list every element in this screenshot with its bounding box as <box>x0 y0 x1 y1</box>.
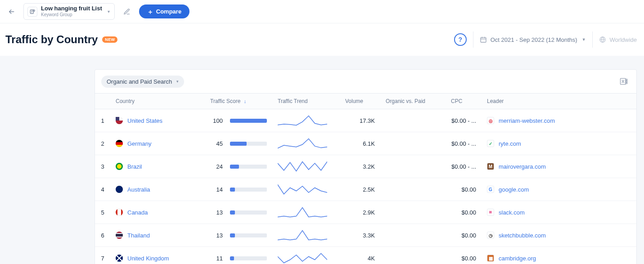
scope-picker[interactable]: Worldwide <box>599 36 637 43</box>
export-excel-button[interactable] <box>617 75 630 88</box>
table-row[interactable]: 5 Canada 13 2.9K $0.00 <box>95 201 636 224</box>
leader-cell: ◎ merriam-webster.com <box>482 109 636 132</box>
traffic-score-cell: 13 <box>205 224 272 247</box>
country-name[interactable]: Brazil <box>127 163 142 170</box>
country-name[interactable]: United Kingdom <box>127 255 169 262</box>
country-cell: Australia <box>110 178 205 201</box>
country-name[interactable]: Canada <box>127 209 148 216</box>
traffic-score-bar <box>230 256 267 260</box>
title-row: Traffic by Country NEW ? Oct 2021 - Sep … <box>0 23 644 56</box>
svg-rect-7 <box>626 83 627 84</box>
sparkline-icon <box>278 251 327 264</box>
col-header-traffic-score-label: Traffic Score <box>210 98 240 104</box>
compare-button-label: Compare <box>156 8 181 15</box>
leader-domain[interactable]: slack.com <box>499 209 525 216</box>
date-range-picker[interactable]: Oct 2021 - Sep 2022 (12 Months) ▼ <box>480 36 586 43</box>
edit-button[interactable] <box>120 5 134 18</box>
traffic-score-cell: 11 <box>205 247 272 264</box>
panel-toolbar: Organic and Paid Search ▾ <box>95 70 636 93</box>
sparkline-icon <box>278 206 327 219</box>
back-button[interactable] <box>5 5 18 18</box>
traffic-panel: Organic and Paid Search ▾ Country Traffi… <box>95 69 637 264</box>
row-index: 6 <box>95 224 110 247</box>
sparkline-icon <box>278 183 327 196</box>
leader-cell: ✓ ryte.com <box>482 132 636 155</box>
sort-desc-icon: ↓ <box>244 98 247 104</box>
leader-domain[interactable]: sketchbubble.com <box>499 232 546 239</box>
traffic-score-cell: 13 <box>205 201 272 224</box>
leader-cell: ▦ cambridge.org <box>482 247 636 264</box>
row-index: 7 <box>95 247 110 264</box>
favicon-icon: ◎ <box>487 117 494 124</box>
flag-icon <box>116 186 123 193</box>
chevron-down-icon: ▾ <box>176 79 179 84</box>
col-header-organic-vs-paid[interactable]: Organic vs. Paid <box>380 94 446 109</box>
flag-icon <box>116 163 123 170</box>
country-name[interactable]: Germany <box>127 140 151 147</box>
table-row[interactable]: 2 Germany 45 6.1K $0.00 <box>95 132 636 155</box>
table-row[interactable]: 1 United States 100 17.3K <box>95 109 636 132</box>
leader-domain[interactable]: cambridge.org <box>499 255 536 262</box>
country-cell: United Kingdom <box>110 247 205 264</box>
traffic-trend-cell <box>272 132 340 155</box>
cpc-cell: $0.00 <box>446 201 482 224</box>
traffic-score-value: 14 <box>212 186 223 193</box>
col-header-country[interactable]: Country <box>110 94 205 109</box>
sparkline-icon <box>278 114 327 127</box>
row-index: 5 <box>95 201 110 224</box>
col-header-leader[interactable]: Leader <box>482 94 636 109</box>
scope-label: Worldwide <box>610 36 637 43</box>
compare-button[interactable]: ＋ Compare <box>139 4 189 18</box>
country-cell: Thailand <box>110 224 205 247</box>
table-row[interactable]: 7 United Kingdom 11 4K $ <box>95 247 636 264</box>
keyword-group-chip[interactable]: Low hanging fruit List Keyword Group ▾ <box>23 3 115 19</box>
col-header-volume[interactable]: Volume <box>340 94 380 109</box>
country-cell: Canada <box>110 201 205 224</box>
organic-vs-paid-cell <box>380 247 446 264</box>
country-name[interactable]: Australia <box>127 186 150 193</box>
leader-domain[interactable]: mairovergara.com <box>499 163 546 170</box>
chevron-down-icon: ▼ <box>582 37 586 42</box>
leader-cell: ◷ sketchbubble.com <box>482 224 636 247</box>
volume-cell: 2.9K <box>340 201 380 224</box>
country-name[interactable]: United States <box>127 117 162 124</box>
row-index: 4 <box>95 178 110 201</box>
favicon-icon: ◷ <box>487 232 494 239</box>
table-row[interactable]: 4 Australia 14 2.5K $0.0 <box>95 178 636 201</box>
calendar-icon <box>480 36 487 43</box>
col-header-cpc[interactable]: CPC <box>446 94 482 109</box>
favicon-icon: G <box>487 186 494 193</box>
cpc-cell: $0.00 - ... <box>446 109 482 132</box>
sparkline-icon <box>278 160 327 173</box>
chevron-down-icon: ▾ <box>108 9 110 14</box>
table-header-row: Country Traffic Score ↓ Traffic Trend Vo… <box>95 94 636 109</box>
leader-domain[interactable]: google.com <box>499 186 529 193</box>
col-header-traffic-trend[interactable]: Traffic Trend <box>272 94 340 109</box>
organic-vs-paid-cell <box>380 201 446 224</box>
separator <box>592 31 593 48</box>
cpc-cell: $0.00 <box>446 224 482 247</box>
keyword-list-icon <box>27 7 37 17</box>
search-type-filter[interactable]: Organic and Paid Search ▾ <box>101 76 184 88</box>
excel-icon <box>619 77 628 86</box>
cpc-cell: $0.00 - ... <box>446 155 482 178</box>
flag-icon <box>116 117 123 124</box>
organic-vs-paid-cell <box>380 109 446 132</box>
keyword-group-title: Low hanging fruit List <box>41 5 102 12</box>
filter-label: Organic and Paid Search <box>107 78 172 85</box>
volume-cell: 6.1K <box>340 132 380 155</box>
volume-cell: 17.3K <box>340 109 380 132</box>
traffic-table: Country Traffic Score ↓ Traffic Trend Vo… <box>95 93 636 264</box>
traffic-trend-cell <box>272 247 340 264</box>
country-name[interactable]: Thailand <box>127 232 150 239</box>
help-button[interactable]: ? <box>454 33 467 46</box>
leader-domain[interactable]: merriam-webster.com <box>499 117 555 124</box>
leader-domain[interactable]: ryte.com <box>499 140 521 147</box>
col-header-traffic-score[interactable]: Traffic Score ↓ <box>205 94 272 109</box>
svg-point-1 <box>33 9 35 11</box>
favicon-icon: ⌗ <box>487 209 494 216</box>
traffic-score-bar <box>230 188 267 192</box>
traffic-score-value: 13 <box>212 232 223 239</box>
table-row[interactable]: 6 Thailand 13 3.3K $0.00 <box>95 224 636 247</box>
table-row[interactable]: 3 Brazil 24 3.2K $0.00 - <box>95 155 636 178</box>
